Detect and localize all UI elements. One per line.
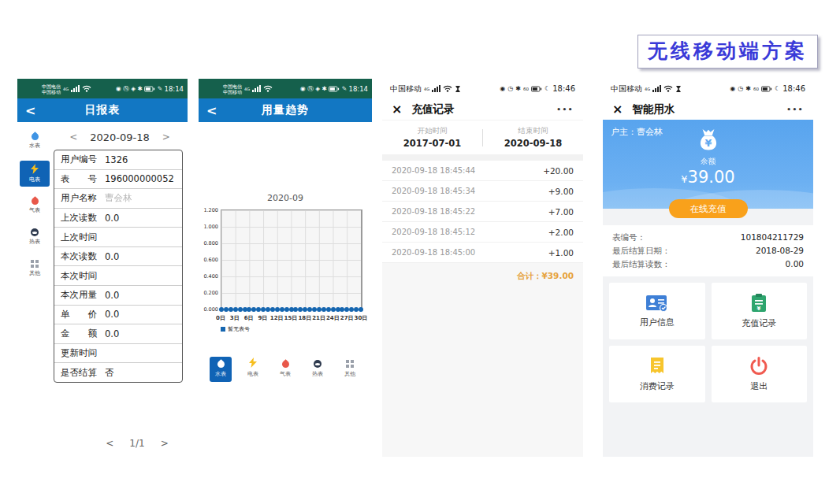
recharge-records-button[interactable]: ¥ 充值记录 [712,283,808,339]
recharge-records-icon: ¥ [749,293,768,313]
section-gap [382,154,583,161]
selected-date[interactable]: 2020-09-18 [90,132,150,143]
user-info-button[interactable]: 用户信息 [609,283,705,339]
record-row[interactable]: 2020-09-18 18:45:34 +9.00 [382,181,583,202]
info-row: 最后结算读数： 0.00 [612,258,804,271]
online-recharge-button[interactable]: 在线充值 [669,199,748,218]
heat-meter-icon [31,228,39,236]
next-page-button[interactable]: > [161,438,169,449]
status-icons: ◉ ◷ ✱ 60 ☾ 18:46 [730,84,805,93]
chart-x-axis: 0日3日6日9日12日15日18日21日24日27日30日 [221,314,361,322]
clock-time: 18:46 [782,84,805,93]
page-title: 用量趋势 [222,103,348,117]
date-navigator: < 2020-09-18 > [52,128,188,146]
status-bar: 中国电信中国移动 4G ◉ Ⓝ ◈ ✱ ✎ 18:14 [199,79,372,98]
daily-report-form: 用户编号 1326 表 号 196000000052 用户名称 曹会林 [54,150,183,383]
prev-date-button[interactable]: < [69,132,77,143]
balance-card: 户主：曹会林 ¥ 余额 ¥39.00 [603,120,813,209]
more-menu-button[interactable]: ••• [556,106,574,113]
shield-icon: ◈ [131,86,136,92]
phone-screen-smart-water: 中国移动 4G ◉ ◷ ✱ 60 ☾ 18:46 × 智能用水 ••• [603,79,813,457]
sidebar-item-other[interactable]: 其他 [20,257,50,280]
wifi-icon [263,85,273,92]
record-row[interactable]: 2020-09-18 18:45:12 +2.00 [382,222,583,243]
battery-icon [531,86,542,92]
balance-label: 余额 [701,157,715,167]
back-button[interactable]: < [206,103,222,118]
form-row: 上次读数 0.0 [54,209,182,228]
record-row[interactable]: 2020-09-18 18:45:44 +20.00 [382,161,583,181]
close-button[interactable]: × [392,103,402,116]
record-row[interactable]: 2020-09-18 18:45:22 +7.00 [382,202,583,222]
record-row[interactable]: 2020-09-18 18:45:00 +1.00 [382,243,583,263]
consumption-records-button[interactable]: 消费记录 [609,346,705,402]
page-title: 日报表 [41,103,164,117]
signal-icon [432,85,440,92]
tab-electric[interactable]: 电表 [242,354,264,382]
start-date-picker[interactable]: 开始时间 2017-07-01 [382,120,482,154]
network-type-label: 4G [63,87,69,91]
tab-heat[interactable]: 热表 [307,356,329,382]
app-bar: < 日报表 [17,98,188,122]
tab-gas[interactable]: 气表 [274,357,296,382]
shield-icon: ◈ [315,86,320,92]
sidebar-item-water[interactable]: 水表 [20,130,50,153]
sidebar-item-electric[interactable]: 电表 [20,161,50,187]
form-row: 表 号 196000000052 [54,170,182,190]
back-button[interactable]: < [25,103,41,118]
carrier-label: 中国移动 [611,83,642,94]
network-type-label: 4G [424,87,429,91]
close-button[interactable]: × [612,103,623,116]
logout-button[interactable]: 退出 [712,346,808,402]
form-row: 用户编号 1326 [54,150,182,170]
usage-chart: 1.2001.0000.8000.6000.4000.2000.000 [202,209,362,313]
sidebar-item-gas[interactable]: 气表 [20,195,50,217]
hourglass-icon [455,85,461,93]
chart-y-axis: 1.2001.0000.8000.6000.4000.2000.000 [202,207,221,313]
bluetooth-icon: ✱ [515,86,521,92]
pagination: < 1/1 > [87,438,188,449]
chart-month-title: 2020-09 [199,193,372,203]
flame-icon [281,359,291,369]
form-row: 是否结算 否 [54,363,182,382]
app-bar: < 用量趋势 [199,98,372,122]
presentation-slide: 无线移动端方案 中国电信中国移动 4G ◉ Ⓝ ◈ ✱ ✎ 18:14 < 日报… [0,0,840,504]
meter-info-card: 表编号： 101804211729 最后结算日期： 2018-08-29 最后结… [603,225,813,276]
signal-icon [252,85,261,92]
grid-icon [31,260,39,268]
info-row: 表编号： 101804211729 [612,231,804,244]
bluetooth-icon: ✱ [137,86,142,92]
water-drop-icon [216,359,226,369]
tab-other[interactable]: 其他 [339,356,361,382]
sidebar-item-heat[interactable]: 热表 [20,225,50,249]
prev-page-button[interactable]: < [106,438,113,449]
page-title: 充值记录 [411,102,454,117]
lightning-icon [249,358,257,368]
eye-icon: ◉ [300,86,306,92]
user-info-icon [645,294,669,313]
more-menu-button[interactable]: ••• [786,106,804,113]
flame-icon [30,196,40,206]
moon-icon: ☾ [545,86,550,92]
heat-meter-icon [314,360,322,368]
tab-water[interactable]: 水表 [210,357,232,382]
date-range-filter: 开始时间 2017-07-01 结束时间 2020-09-18 [382,120,583,154]
battery-icon [144,86,155,92]
form-row: 单 价 0.0 [54,306,182,325]
form-row: 金 额 0.0 [54,324,182,344]
form-row: 更新时间 [54,344,182,364]
next-date-button[interactable]: > [162,132,170,143]
clock-time: 18:46 [552,84,575,93]
network-type-label: 4G [645,87,650,91]
grid-icon [346,360,354,368]
data-point [359,307,363,312]
moon-icon: ☾ [775,86,780,92]
meter-type-sidebar: 水表 电表 气表 热表 其他 [17,122,52,457]
bluetooth-icon: ✱ [745,86,751,92]
status-bar: 中国移动 4G ◉ ◷ ✱ 60 ☾ 18:46 [603,79,813,98]
end-date-picker[interactable]: 结束时间 2020-09-18 [483,120,583,154]
carrier-label: 中国电信中国移动 [42,83,61,94]
nfc-icon: Ⓝ [123,86,129,92]
consumption-records-icon [648,356,667,376]
wifi-icon [663,85,673,92]
